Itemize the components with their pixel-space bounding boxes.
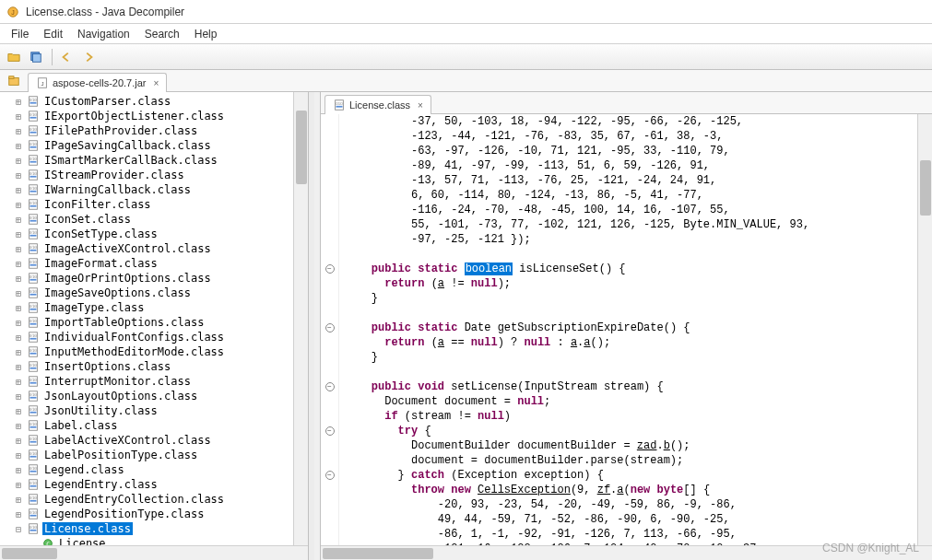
tree-twisty-icon[interactable] xyxy=(28,538,39,545)
tree-twisty-icon[interactable] xyxy=(13,155,24,166)
tree-twisty-icon[interactable] xyxy=(13,184,24,195)
open-button[interactable] xyxy=(4,47,24,67)
tree-item[interactable]: CLicense xyxy=(0,536,308,545)
menu-search[interactable]: Search xyxy=(137,26,187,42)
back-button[interactable] xyxy=(56,47,77,67)
tree-twisty-icon[interactable] xyxy=(13,169,24,181)
fold-toggle-icon[interactable] xyxy=(325,264,335,274)
class-tree[interactable]: 010ICustomParser.class010IExportObjectLi… xyxy=(0,92,308,545)
tree-item[interactable]: 010IconFilter.class xyxy=(0,197,308,212)
tree-item[interactable]: 010IndividualFontConfigs.class xyxy=(0,330,308,344)
tree-twisty-icon[interactable] xyxy=(13,243,24,254)
class-file-icon: 010 xyxy=(26,478,41,491)
tree-item[interactable]: 010ImportTableOptions.class xyxy=(0,315,308,330)
tree-item-label: IStreamProvider.class xyxy=(42,169,186,181)
tree-item[interactable]: 010IStreamProvider.class xyxy=(0,168,308,182)
close-icon[interactable]: × xyxy=(418,100,423,111)
tree-twisty-icon[interactable] xyxy=(13,317,24,328)
tree-twisty-icon[interactable] xyxy=(13,479,24,490)
tree-item[interactable]: 010JsonLayoutOptions.class xyxy=(0,389,308,403)
tree-item[interactable]: 010Label.class xyxy=(0,418,308,433)
tree-item[interactable]: 010Legend.class xyxy=(0,462,308,477)
tree-item[interactable]: 010InterruptMonitor.class xyxy=(0,374,308,389)
tree-twisty-icon[interactable] xyxy=(13,361,24,372)
tree-item[interactable]: 010LegendEntry.class xyxy=(0,477,308,492)
tree-twisty-icon[interactable] xyxy=(13,96,24,107)
svg-text:J: J xyxy=(11,8,15,15)
tree-twisty-icon[interactable] xyxy=(13,332,24,343)
tree-item[interactable]: 010JsonUtility.class xyxy=(0,403,308,418)
tree-item[interactable]: 010ImageSaveOptions.class xyxy=(0,286,308,300)
tree-twisty-icon[interactable] xyxy=(13,405,24,416)
package-explorer-icon[interactable] xyxy=(4,71,24,91)
tree-vscroll-thumb[interactable] xyxy=(296,111,307,184)
tree-item[interactable]: 010IconSet.class xyxy=(0,212,308,227)
tree-item[interactable]: 010IPageSavingCallback.class xyxy=(0,138,308,153)
tree-twisty-icon[interactable] xyxy=(13,523,24,534)
tree-item[interactable]: 010ImageFormat.class xyxy=(0,256,308,271)
tree-item[interactable]: 010InputMethodEditorMode.class xyxy=(0,344,308,359)
editor-hscroll[interactable] xyxy=(321,545,932,560)
tree-item[interactable]: 010ICustomParser.class xyxy=(0,94,308,109)
forward-button[interactable] xyxy=(78,47,99,67)
tree-item[interactable]: 010IFilePathProvider.class xyxy=(0,123,308,138)
tree-twisty-icon[interactable] xyxy=(13,140,24,151)
tree-twisty-icon[interactable] xyxy=(13,273,24,284)
fold-toggle-icon[interactable] xyxy=(325,471,335,480)
tree-twisty-icon[interactable] xyxy=(13,125,24,136)
code-editor[interactable]: -37, 50, -103, 18, -94, -122, -95, -66, … xyxy=(321,114,932,545)
jar-tab[interactable]: J aspose-cells-20.7.jar × xyxy=(28,73,167,92)
tree-twisty-icon[interactable] xyxy=(13,199,24,210)
svg-rect-54 xyxy=(30,323,37,325)
menu-edit[interactable]: Edit xyxy=(36,26,70,42)
menu-file[interactable]: File xyxy=(4,26,36,42)
tree-item[interactable]: 010License.class xyxy=(0,521,308,536)
tree-item-label: ICustomParser.class xyxy=(42,95,172,108)
tree-twisty-icon[interactable] xyxy=(13,302,24,313)
tree-item[interactable]: 010ISmartMarkerCallBack.class xyxy=(0,153,308,168)
tree-twisty-icon[interactable] xyxy=(13,111,24,122)
splitter[interactable] xyxy=(309,92,314,560)
tree-twisty-icon[interactable] xyxy=(13,287,24,298)
close-icon[interactable]: × xyxy=(154,78,159,88)
class-file-icon: 010 xyxy=(26,331,41,344)
tree-item[interactable]: 010LabelPositionType.class xyxy=(0,448,308,462)
tree-item[interactable]: 010LegendEntryCollection.class xyxy=(0,492,308,507)
editor-tab[interactable]: 010 License.class × xyxy=(324,95,431,114)
tree-item-label: InterruptMonitor.class xyxy=(42,375,193,388)
tree-twisty-icon[interactable] xyxy=(13,464,24,475)
tree-item[interactable]: 010LegendPositionType.class xyxy=(0,507,308,521)
svg-text:010: 010 xyxy=(29,451,37,456)
menu-help[interactable]: Help xyxy=(187,26,225,42)
editor-vscroll[interactable] xyxy=(917,114,932,545)
svg-text:010: 010 xyxy=(29,407,37,412)
tree-twisty-icon[interactable] xyxy=(13,228,24,239)
tree-item[interactable]: 010ImageActiveXControl.class xyxy=(0,241,308,256)
tree-twisty-icon[interactable] xyxy=(13,420,24,431)
tree-item[interactable]: 010InsertOptions.class xyxy=(0,359,308,374)
fold-gutter[interactable] xyxy=(321,114,339,545)
tree-item[interactable]: 010ImageType.class xyxy=(0,300,308,315)
tree-item[interactable]: 010IconSetType.class xyxy=(0,227,308,241)
fold-toggle-icon[interactable] xyxy=(325,323,335,332)
tree-twisty-icon[interactable] xyxy=(13,435,24,446)
tree-twisty-icon[interactable] xyxy=(13,214,24,225)
fold-toggle-icon[interactable] xyxy=(325,426,335,436)
tree-twisty-icon[interactable] xyxy=(13,449,24,461)
tree-item[interactable]: 010ImageOrPrintOptions.class xyxy=(0,271,308,286)
menu-navigation[interactable]: Navigation xyxy=(70,26,137,42)
save-all-button[interactable] xyxy=(26,47,46,67)
code-line: -123, -44, -121, -76, -83, 35, 67, -61, … xyxy=(345,129,917,144)
tree-twisty-icon[interactable] xyxy=(13,494,24,505)
tree-twisty-icon[interactable] xyxy=(13,346,24,357)
tree-item[interactable]: 010IExportObjectListener.class xyxy=(0,109,308,123)
tree-twisty-icon[interactable] xyxy=(13,391,24,402)
tree-twisty-icon[interactable] xyxy=(13,508,24,519)
fold-toggle-icon[interactable] xyxy=(325,382,335,391)
class-file-icon: 010 xyxy=(333,99,346,111)
tree-twisty-icon[interactable] xyxy=(13,376,24,387)
tree-item[interactable]: 010LabelActiveXControl.class xyxy=(0,433,308,448)
tree-hscroll[interactable] xyxy=(0,545,308,560)
tree-item[interactable]: 010IWarningCallback.class xyxy=(0,182,308,197)
tree-twisty-icon[interactable] xyxy=(13,258,24,269)
